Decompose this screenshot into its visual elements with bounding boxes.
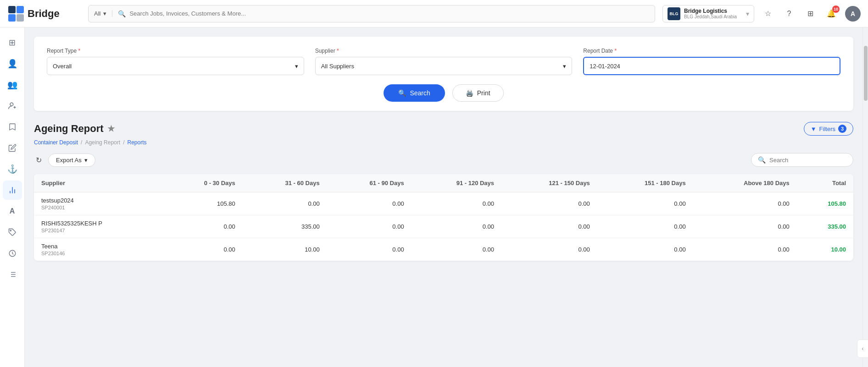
favorite-star-icon[interactable]: ★: [107, 124, 115, 134]
filter-actions: 🔍 Search 🖨️ Print: [47, 84, 840, 102]
sidebar-item-dashboard[interactable]: ⊞: [3, 33, 22, 52]
report-date-input[interactable]: [583, 57, 840, 75]
cell-151-180: 0.00: [597, 238, 693, 261]
sidebar-item-tags[interactable]: [3, 223, 22, 242]
col-121-150: 121 - 150 Days: [501, 174, 597, 192]
favorites-button[interactable]: ☆: [761, 6, 775, 21]
sidebar-item-reports[interactable]: [3, 181, 22, 200]
breadcrumb: Container Deposit / Ageing Report / Repo…: [34, 139, 853, 146]
search-button[interactable]: 🔍 Search: [384, 84, 445, 102]
cell-total: 105.80: [797, 192, 853, 215]
anchor-icon: ⚓: [7, 164, 17, 174]
col-91-120: 91 - 120 Days: [412, 174, 501, 192]
refresh-button[interactable]: ↻: [34, 154, 44, 166]
filters-count: 3: [838, 125, 846, 133]
filter-funnel-icon: ▼: [811, 126, 817, 132]
report-type-value: Overall: [53, 63, 72, 70]
chevron-down-icon: ▾: [84, 157, 88, 164]
cell-31-60: 335.00: [243, 215, 327, 238]
supplier-select[interactable]: All Suppliers ▾: [315, 57, 573, 75]
search-icon: 🔍: [398, 89, 406, 97]
person-icon: 👤: [7, 59, 17, 69]
sidebar-item-add-user[interactable]: [3, 96, 22, 115]
nav-right: BLG Bridge Logistics BLG Jeddah,Saudi Ar…: [662, 5, 861, 22]
notifications-button[interactable]: 🔔 10: [824, 6, 839, 21]
cell-total: 335.00: [797, 215, 853, 238]
breadcrumb-container-deposit[interactable]: Container Deposit: [34, 139, 78, 146]
cell-total: 10.00: [797, 238, 853, 261]
company-sub: BLG Jeddah,Saudi Arabia: [684, 14, 742, 19]
sidebar-item-history[interactable]: [3, 244, 22, 263]
export-label: Export As: [56, 157, 82, 164]
table-row[interactable]: testsup2024 SP240001 105.80 0.00 0.00 0.…: [34, 192, 853, 215]
help-button[interactable]: ?: [782, 6, 796, 21]
breadcrumb-sep2: /: [123, 139, 124, 146]
edit-icon: [8, 144, 17, 152]
scrollbar-thumb[interactable]: [864, 46, 868, 101]
text-icon: A: [10, 207, 15, 215]
sidebar-item-anchor[interactable]: ⚓: [3, 159, 22, 179]
report-date-label: Report Date *: [583, 48, 840, 54]
cell-121-150: 0.00: [501, 192, 597, 215]
supplier-label: Supplier *: [315, 48, 573, 54]
company-selector[interactable]: BLG Bridge Logistics BLG Jeddah,Saudi Ar…: [662, 5, 754, 22]
global-search-bar[interactable]: All ▾ 🔍: [88, 5, 655, 22]
apps-button[interactable]: ⊞: [803, 6, 818, 21]
print-button[interactable]: 🖨️ Print: [452, 84, 504, 102]
sidebar-item-contacts[interactable]: 👥: [3, 75, 22, 94]
export-button[interactable]: Export As ▾: [48, 153, 95, 167]
cell-above-180: 0.00: [693, 238, 797, 261]
cell-supplier: testsup2024 SP240001: [34, 192, 164, 215]
svg-rect-2: [17, 6, 24, 13]
company-info: Bridge Logistics BLG Jeddah,Saudi Arabia: [684, 8, 742, 19]
main-content: Report Type * Overall ▾ Supplier * All S…: [25, 27, 862, 367]
cell-0-30: 105.80: [164, 192, 243, 215]
report-header: Ageing Report ★ ▼ Filters 3: [34, 122, 853, 136]
grid-icon: ⊞: [807, 9, 813, 18]
cell-0-30: 0.00: [164, 215, 243, 238]
sidebar-item-users[interactable]: 👤: [3, 54, 22, 73]
grid-icon: ⊞: [9, 38, 16, 48]
search-filter-dropdown[interactable]: All ▾: [94, 10, 112, 17]
cell-151-180: 0.00: [597, 192, 693, 215]
logo[interactable]: Bridge: [7, 5, 81, 22]
global-search-input[interactable]: [129, 10, 649, 17]
report-section: Ageing Report ★ ▼ Filters 3 Container De…: [34, 122, 853, 261]
svg-rect-4: [17, 14, 24, 22]
svg-point-5: [10, 103, 13, 106]
breadcrumb-reports[interactable]: Reports: [127, 139, 146, 146]
help-icon: ?: [787, 10, 791, 18]
star-icon: ☆: [765, 9, 771, 18]
sidebar-item-bookmarks[interactable]: [3, 117, 22, 137]
filters-label: Filters: [819, 126, 835, 132]
report-type-select[interactable]: Overall ▾: [47, 57, 304, 75]
svg-point-11: [10, 230, 11, 231]
search-filter-label: All: [94, 10, 100, 17]
app-title: Bridge: [28, 8, 60, 20]
sidebar-item-edit[interactable]: [3, 138, 22, 158]
chevron-down-icon: ▾: [563, 63, 566, 70]
cell-supplier: RISHI5325325KESH P SP230147: [34, 215, 164, 238]
company-name: Bridge Logistics: [684, 8, 742, 14]
sidebar-item-text[interactable]: A: [3, 202, 22, 221]
scrollbar[interactable]: [862, 27, 868, 367]
collapse-sidebar-button[interactable]: ‹: [857, 340, 868, 358]
chevron-down-icon: ▾: [103, 10, 106, 17]
cell-151-180: 0.00: [597, 215, 693, 238]
col-31-60: 31 - 60 Days: [243, 174, 327, 192]
navbar: Bridge All ▾ 🔍 BLG Bridge Logistics BLG …: [0, 0, 868, 27]
table-row[interactable]: RISHI5325325KESH P SP230147 0.00 335.00 …: [34, 215, 853, 238]
cell-supplier: Teena SP230146: [34, 238, 164, 261]
search-icon: 🔍: [758, 156, 766, 164]
supplier-value: All Suppliers: [321, 63, 354, 70]
col-151-180: 151 - 180 Days: [597, 174, 693, 192]
table-row[interactable]: Teena SP230146 0.00 10.00 0.00 0.00 0.00…: [34, 238, 853, 261]
refresh-icon: ↻: [36, 156, 42, 164]
filters-badge-button[interactable]: ▼ Filters 3: [804, 122, 853, 136]
cell-above-180: 0.00: [693, 215, 797, 238]
sidebar: ⊞ 👤 👥 ⚓ A: [0, 27, 25, 367]
user-avatar[interactable]: A: [845, 6, 861, 22]
table-search-box[interactable]: 🔍: [751, 153, 853, 167]
sidebar-item-list[interactable]: [3, 265, 22, 284]
table-search-input[interactable]: [769, 157, 846, 164]
